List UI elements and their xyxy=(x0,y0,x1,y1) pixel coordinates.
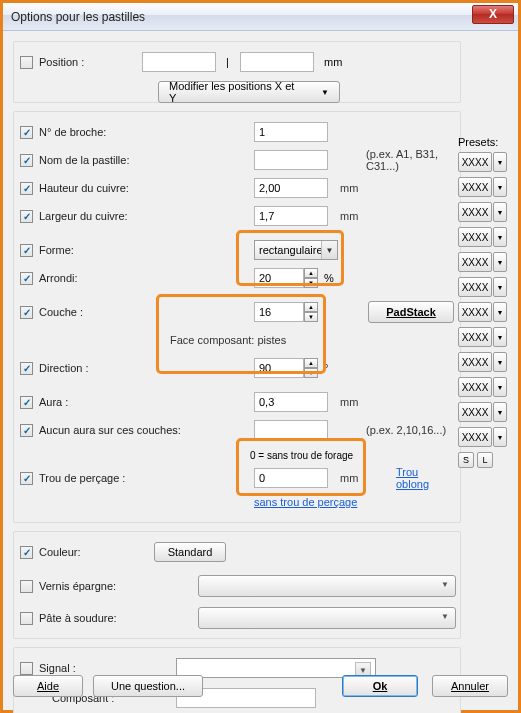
shape-checkbox[interactable] xyxy=(20,244,33,257)
preset-button[interactable]: XXXX xyxy=(458,402,492,422)
pad-name-checkbox[interactable] xyxy=(20,154,33,167)
preset-dropdown[interactable]: ▼ xyxy=(493,327,507,347)
preset-button[interactable]: XXXX xyxy=(458,377,492,397)
layer-spin-up[interactable]: ▲ xyxy=(304,302,318,312)
direction-checkbox[interactable] xyxy=(20,362,33,375)
soldermask-checkbox[interactable] xyxy=(20,580,33,593)
help-label: Aide xyxy=(37,680,59,692)
position-checkbox[interactable] xyxy=(20,56,33,69)
preset-button[interactable]: XXXX xyxy=(458,177,492,197)
copper-width-unit: mm xyxy=(340,210,358,222)
modify-xy-button[interactable]: Modifier les positions X et Y ▼ xyxy=(158,81,340,103)
copper-height-checkbox[interactable] xyxy=(20,182,33,195)
preset-dropdown[interactable]: ▼ xyxy=(493,177,507,197)
preset-button[interactable]: XXXX xyxy=(458,302,492,322)
copper-height-label: Hauteur du cuivre: xyxy=(39,182,129,194)
preset-load-button[interactable]: L xyxy=(477,452,493,468)
color-label: Couleur: xyxy=(39,546,81,558)
rounded-spin-down[interactable]: ▼ xyxy=(304,278,318,288)
chevron-down-icon: ▼ xyxy=(321,241,337,259)
rounded-label: Arrondi: xyxy=(39,272,78,284)
soldermask-label: Vernis épargne: xyxy=(39,580,116,592)
layer-spin-down[interactable]: ▼ xyxy=(304,312,318,322)
direction-input[interactable] xyxy=(254,358,304,378)
ok-label: Ok xyxy=(373,680,388,692)
position-label: Position : xyxy=(39,56,84,68)
rounded-spin-up[interactable]: ▲ xyxy=(304,268,318,278)
question-button[interactable]: Une question... xyxy=(93,675,203,697)
preset-dropdown[interactable]: ▼ xyxy=(493,302,507,322)
ok-button[interactable]: Ok xyxy=(342,675,418,697)
modify-xy-label: Modifier les positions X et Y xyxy=(169,80,301,104)
layer-checkbox[interactable] xyxy=(20,306,33,319)
aura-checkbox[interactable] xyxy=(20,396,33,409)
preset-dropdown[interactable]: ▼ xyxy=(493,152,507,172)
copper-height-unit: mm xyxy=(340,182,358,194)
cancel-label: Annuler xyxy=(451,680,489,692)
preset-dropdown[interactable]: ▼ xyxy=(493,427,507,447)
aura-label: Aura : xyxy=(39,396,68,408)
drill-checkbox[interactable] xyxy=(20,472,33,485)
aura-input[interactable] xyxy=(254,392,328,412)
no-drill-link[interactable]: sans trou de perçage xyxy=(254,496,357,508)
pin-number-input[interactable] xyxy=(254,122,328,142)
drill-note: 0 = sans trou de forage xyxy=(250,450,353,461)
preset-dropdown[interactable]: ▼ xyxy=(493,252,507,272)
preset-dropdown[interactable]: ▼ xyxy=(493,352,507,372)
padstack-button[interactable]: PadStack xyxy=(368,301,454,323)
aura-unit: mm xyxy=(340,396,358,408)
copper-width-checkbox[interactable] xyxy=(20,210,33,223)
preset-button[interactable]: XXXX xyxy=(458,427,492,447)
preset-dropdown[interactable]: ▼ xyxy=(493,227,507,247)
position-y-input[interactable] xyxy=(240,52,314,72)
oblong-hole-link[interactable]: Trou oblong xyxy=(396,466,454,490)
soldermask-combo[interactable] xyxy=(198,575,456,597)
preset-dropdown[interactable]: ▼ xyxy=(493,402,507,422)
shape-label: Forme: xyxy=(39,244,74,256)
drill-input[interactable] xyxy=(254,468,328,488)
preset-button[interactable]: XXXX xyxy=(458,202,492,222)
preset-button[interactable]: XXXX xyxy=(458,252,492,272)
copper-width-label: Largeur du cuivre: xyxy=(39,210,128,222)
cancel-button[interactable]: Annuler xyxy=(432,675,508,697)
rounded-checkbox[interactable] xyxy=(20,272,33,285)
shape-combo[interactable]: rectangulaire ▼ xyxy=(254,240,338,260)
preset-button[interactable]: XXXX xyxy=(458,152,492,172)
pin-number-checkbox[interactable] xyxy=(20,126,33,139)
rounded-unit: % xyxy=(324,272,334,284)
help-button[interactable]: Aide xyxy=(13,675,83,697)
drill-unit: mm xyxy=(340,472,358,484)
no-aura-checkbox[interactable] xyxy=(20,424,33,437)
layer-label: Couche : xyxy=(39,306,83,318)
preset-dropdown[interactable]: ▼ xyxy=(493,277,507,297)
position-x-input[interactable] xyxy=(142,52,216,72)
preset-dropdown[interactable]: ▼ xyxy=(493,377,507,397)
paste-checkbox[interactable] xyxy=(20,612,33,625)
preset-button[interactable]: XXXX xyxy=(458,277,492,297)
preset-save-button[interactable]: S xyxy=(458,452,474,468)
direction-spin-down[interactable]: ▼ xyxy=(304,368,318,378)
copper-height-input[interactable] xyxy=(254,178,328,198)
close-button[interactable]: X xyxy=(472,5,514,24)
preset-button[interactable]: XXXX xyxy=(458,327,492,347)
window-title: Options pour les pastilles xyxy=(3,10,145,24)
preset-dropdown[interactable]: ▼ xyxy=(493,202,507,222)
rounded-input[interactable] xyxy=(254,268,304,288)
no-aura-input[interactable] xyxy=(254,420,328,440)
drill-label: Trou de perçage : xyxy=(39,472,125,484)
no-aura-label: Aucun aura sur ces couches: xyxy=(39,424,181,436)
color-checkbox[interactable] xyxy=(20,546,33,559)
pad-name-input[interactable] xyxy=(254,150,328,170)
direction-spin-up[interactable]: ▲ xyxy=(304,358,318,368)
position-unit: mm xyxy=(324,56,342,68)
preset-button[interactable]: XXXX xyxy=(458,227,492,247)
direction-unit: ° xyxy=(324,362,328,374)
pad-name-label: Nom de la pastille: xyxy=(39,154,130,166)
chevron-down-icon: ▼ xyxy=(321,88,329,97)
preset-button[interactable]: XXXX xyxy=(458,352,492,372)
copper-width-input[interactable] xyxy=(254,206,328,226)
paste-combo[interactable] xyxy=(198,607,456,629)
direction-label: Direction : xyxy=(39,362,89,374)
layer-input[interactable] xyxy=(254,302,304,322)
color-standard-button[interactable]: Standard xyxy=(154,542,226,562)
